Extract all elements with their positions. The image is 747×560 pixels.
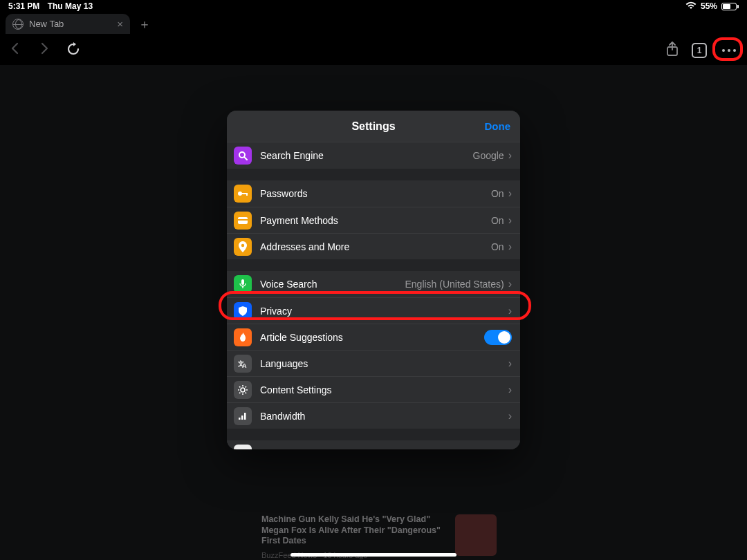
status-date: Thu May 13 (48, 1, 93, 11)
svg-text:A: A (242, 362, 247, 368)
shield-icon (234, 302, 252, 320)
globe-icon (12, 19, 24, 30)
translate-icon: 文A (234, 355, 252, 373)
row-passwords[interactable]: Passwords On › (227, 180, 520, 207)
svg-rect-22 (239, 418, 241, 420)
svg-line-18 (239, 386, 240, 387)
row-payment-methods[interactable]: Payment Methods On › (227, 207, 520, 233)
status-bar: 5:31 PM Thu May 13 55% (0, 0, 747, 12)
chevron-right-icon: › (508, 357, 512, 370)
reload-button[interactable] (66, 42, 80, 59)
mic-icon (234, 275, 252, 293)
row-article-suggestions[interactable]: Article Suggestions (227, 324, 520, 350)
browser-tab[interactable]: New Tab × (6, 14, 130, 34)
gear-icon (234, 381, 252, 399)
chevron-right-icon: › (508, 410, 512, 422)
chevron-right-icon: › (508, 214, 512, 227)
chevron-right-icon: › (508, 384, 512, 396)
search-icon (234, 147, 252, 165)
settings-sheet: Settings Done Search Engine Google › Pas… (227, 111, 520, 449)
row-search-engine[interactable]: Search Engine Google › (227, 142, 520, 169)
svg-line-2 (244, 157, 247, 160)
row-google-chrome[interactable]: i Google Chrome › (227, 440, 520, 449)
done-button[interactable]: Done (485, 111, 511, 142)
svg-line-21 (246, 386, 246, 387)
battery-percent: 55% (701, 1, 717, 11)
key-icon (234, 185, 252, 203)
chevron-right-icon: › (508, 241, 512, 253)
tab-title: New Tab (29, 19, 64, 29)
article-suggestions-toggle[interactable] (484, 330, 512, 345)
svg-point-8 (241, 243, 244, 246)
svg-point-13 (241, 388, 245, 392)
svg-rect-7 (238, 219, 248, 221)
chevron-right-icon: › (508, 149, 512, 162)
row-addresses[interactable]: Addresses and More On › (227, 233, 520, 259)
status-time: 5:31 PM (8, 1, 39, 11)
chevron-right-icon: › (508, 447, 512, 449)
signal-icon (234, 407, 252, 425)
info-icon: i (234, 445, 252, 449)
row-languages[interactable]: 文A Languages › (227, 350, 520, 376)
pin-icon (234, 238, 252, 256)
row-voice-search[interactable]: Voice Search English (United States) › (227, 271, 520, 297)
wifi-icon (685, 1, 697, 12)
row-bandwidth[interactable]: Bandwidth › (227, 402, 520, 429)
battery-icon (721, 3, 739, 10)
share-button[interactable] (665, 41, 679, 59)
sheet-header: Settings Done (227, 111, 520, 142)
flame-icon (234, 328, 252, 346)
back-button[interactable] (8, 41, 22, 59)
tab-bar: New Tab × ＋ (6, 14, 151, 34)
row-content-settings[interactable]: Content Settings › (227, 376, 520, 402)
svg-rect-5 (246, 193, 248, 196)
chevron-right-icon: › (508, 187, 512, 200)
close-icon[interactable]: × (117, 18, 123, 30)
more-menu-button[interactable] (719, 46, 739, 55)
row-privacy[interactable]: Privacy › (227, 297, 520, 324)
forward-button[interactable] (37, 41, 51, 59)
chevron-right-icon: › (508, 305, 512, 317)
card-icon (234, 212, 252, 230)
svg-line-20 (239, 392, 240, 393)
new-tab-button[interactable]: ＋ (138, 16, 151, 32)
home-indicator (290, 553, 456, 557)
chevron-right-icon: › (508, 278, 512, 290)
tabs-count-button[interactable]: 1 (692, 43, 707, 58)
svg-rect-24 (244, 413, 246, 420)
svg-rect-9 (241, 279, 244, 285)
sheet-title: Settings (351, 120, 395, 133)
svg-rect-23 (241, 416, 243, 420)
svg-line-19 (246, 392, 246, 393)
toolbar: 1 (0, 36, 747, 65)
